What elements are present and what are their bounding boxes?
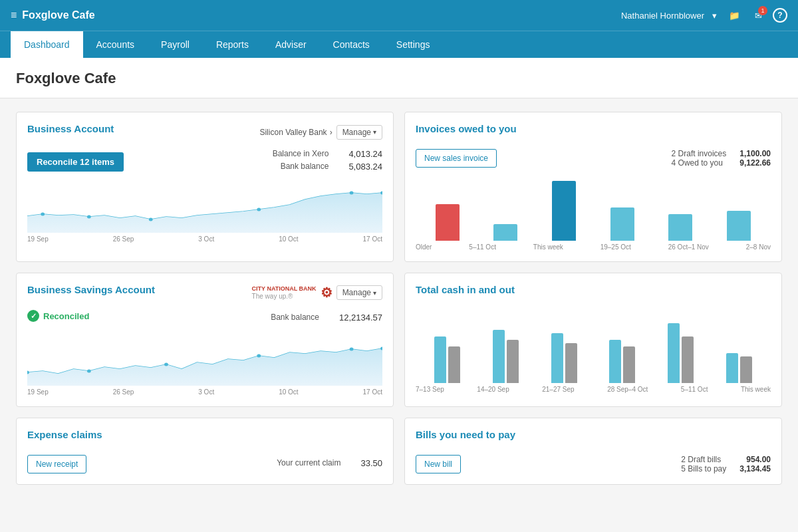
owed-row: 4 Owed to you 9,122.66 [672, 158, 771, 168]
bar-group-5-11oct [493, 224, 517, 241]
new-receipt-button[interactable]: New receipt [27, 455, 86, 473]
tab-accounts[interactable]: Accounts [83, 31, 148, 58]
bar-group-26oct-1nov [668, 214, 692, 241]
folder-icon-button[interactable]: 📁 [725, 6, 743, 25]
tab-dashboard[interactable]: Dashboard [11, 31, 83, 58]
chart-dot [149, 218, 153, 221]
current-claim-row: Your current claim 33.50 [277, 458, 382, 468]
manage-label: Manage [342, 128, 371, 137]
cash-label-21-27sep: 21–27 Sep [542, 386, 574, 393]
business-account-header: Business Account Silicon Valley Bank › M… [27, 123, 382, 141]
cash-bars-pair [551, 333, 577, 383]
cash-label-28sep-4oct: 28 Sep–4 Oct [607, 386, 648, 393]
expense-claims-card: Expense claims New receipt Your current … [16, 418, 394, 485]
bar-label-5-11oct: 5–11 Oct [469, 243, 496, 251]
reconcile-button[interactable]: Reconcile 12 items [27, 152, 124, 172]
bank-balance-label: Bank balance [281, 162, 329, 172]
invoice-stats: 2 Draft invoices 1,100.00 4 Owed to you … [672, 149, 771, 168]
user-dropdown-arrow[interactable]: ▾ [712, 11, 717, 21]
cash-bar-out [448, 346, 460, 383]
cash-label-7-13sep: 7–13 Sep [416, 386, 444, 393]
business-account-manage-button[interactable]: Manage ▾ [336, 125, 382, 140]
business-account-balance-row: Reconcile 12 items Balance in Xero 4,013… [27, 149, 382, 174]
tab-settings[interactable]: Settings [383, 31, 444, 58]
business-account-chart-svg [27, 180, 382, 233]
chart-dot [257, 208, 261, 211]
chart-dot [41, 213, 45, 216]
bar-thisweek [552, 181, 576, 241]
cash-in-out-header: Total cash in and out [416, 284, 771, 302]
cash-bar-chart [416, 310, 771, 383]
bar-26oct-1nov [668, 214, 692, 241]
draft-invoices-value: 1,100.00 [739, 149, 771, 158]
mail-icon-button[interactable]: ✉ 1 [749, 6, 767, 25]
invoices-card: Invoices owed to you New sales invoice 2… [404, 112, 782, 262]
tab-contacts[interactable]: Contacts [320, 31, 383, 58]
cash-bar-7-13sep [434, 336, 460, 383]
bar-group-older [436, 204, 460, 241]
bills-header: Bills you need to pay [416, 429, 771, 447]
cash-bar-21-27sep [551, 333, 577, 383]
cash-label-5-11oct: 5–11 Oct [681, 386, 708, 393]
bills-to-pay-value: 3,134.45 [739, 464, 771, 473]
tab-adviser[interactable]: Adviser [262, 31, 320, 58]
cash-bar-out [682, 336, 694, 383]
bar-label-19-25oct: 19–25 Oct [600, 243, 631, 251]
main-content: Business Account Silicon Valley Bank › M… [0, 98, 798, 498]
bar-group-2-8nov [727, 211, 751, 241]
savings-chart-dot [164, 363, 168, 366]
savings-manage-label: Manage [342, 288, 371, 297]
savings-chart-labels: 19 Sep 26 Sep 3 Oct 10 Oct 17 Oct [27, 388, 382, 396]
balance-in-xero-row: Balance in Xero 4,013.24 [273, 149, 382, 159]
bank-balance-value: 5,083.24 [348, 162, 382, 172]
draft-bills-row: 2 Draft bills 954.00 [681, 455, 771, 464]
savings-chart [27, 332, 382, 386]
help-icon-button[interactable]: ? [773, 8, 787, 23]
cash-bar-out [740, 356, 752, 383]
page-header: Foxglove Cafe [0, 58, 798, 98]
company-logo: ≡ Foxglove Cafe [11, 9, 95, 21]
page-title: Foxglove Cafe [16, 70, 782, 87]
cash-bar-thisweek [726, 353, 752, 383]
cash-bars-pair [668, 323, 694, 383]
tab-reports[interactable]: Reports [203, 31, 262, 58]
cash-label-thisweek: This week [741, 386, 771, 393]
reconciled-status: ✓ Reconciled [27, 310, 89, 322]
business-account-title: Business Account [27, 123, 114, 134]
cash-chart-labels: 7–13 Sep 14–20 Sep 21–27 Sep 28 Sep–4 Oc… [416, 386, 771, 393]
chart-label-19sep: 19 Sep [27, 235, 49, 243]
cash-bar-in [668, 323, 680, 383]
savings-bank-balance-row: Bank balance 12,2134.57 [271, 313, 382, 323]
bills-card: Bills you need to pay New bill 2 Draft b… [404, 418, 782, 485]
bills-action-row: New bill 2 Draft bills 954.00 5 Bills to… [416, 455, 771, 473]
savings-manage-button[interactable]: Manage ▾ [336, 285, 382, 300]
invoices-header: Invoices owed to you [416, 123, 771, 141]
cash-bar-out [507, 340, 519, 383]
cash-bar-5-11oct [668, 323, 694, 383]
draft-invoices-row: 2 Draft invoices 1,100.00 [672, 149, 771, 158]
invoices-action-row: New sales invoice 2 Draft invoices 1,100… [416, 149, 771, 168]
cash-label-14-20sep: 14–20 Sep [477, 386, 509, 393]
new-bill-button[interactable]: New bill [416, 455, 461, 473]
tab-payroll[interactable]: Payroll [148, 31, 203, 58]
hamburger-icon: ≡ [11, 9, 17, 21]
expense-claims-header: Expense claims [27, 429, 382, 447]
business-savings-title: Business Savings Account [27, 284, 155, 295]
savings-chart-dot [257, 354, 261, 358]
bar-older [436, 204, 460, 241]
savings-chart-dot [350, 348, 354, 351]
cash-bar-in [434, 336, 446, 383]
chart-label-10oct: 10 Oct [279, 235, 298, 243]
bills-to-pay-label: 5 Bills to pay [681, 464, 726, 473]
cash-in-out-title: Total cash in and out [416, 284, 515, 295]
cash-bars-pair [726, 353, 752, 383]
balance-in-xero-value: 4,013.24 [348, 149, 382, 159]
savings-chart-svg [27, 332, 382, 386]
savings-chart-label-10oct: 10 Oct [279, 388, 298, 396]
cash-bars-pair [609, 340, 635, 383]
new-sales-invoice-button[interactable]: New sales invoice [416, 149, 497, 168]
savings-chart-dot [87, 370, 91, 373]
savings-balance-row: ✓ Reconciled Bank balance 12,2134.57 [27, 310, 382, 327]
business-account-chart-labels: 19 Sep 26 Sep 3 Oct 10 Oct 17 Oct [27, 235, 382, 243]
bills-stats: 2 Draft bills 954.00 5 Bills to pay 3,13… [681, 455, 771, 473]
